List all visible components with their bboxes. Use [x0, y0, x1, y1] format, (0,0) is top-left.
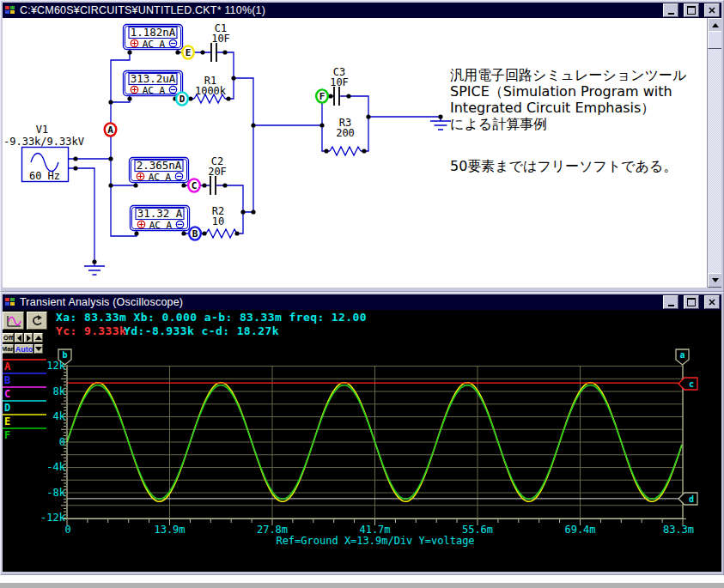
component-value: 1000k: [195, 85, 227, 97]
marker-a[interactable]: a: [676, 349, 689, 365]
y-tick: -8k: [46, 487, 65, 499]
close-button[interactable]: [704, 295, 720, 309]
component-value: 20F: [208, 166, 227, 178]
annotation-line: 汎用電子回路シミュレーションツール: [450, 67, 721, 83]
oscilloscope-window: Transient Analysis (Oscilloscope): [0, 292, 724, 575]
resistor-r2[interactable]: R2 10: [206, 205, 237, 238]
component-value: 10F: [330, 76, 349, 88]
arrow-up-icon: [712, 23, 719, 27]
minimize-icon: [668, 305, 674, 306]
ammeter-4[interactable]: 31.32 A AC A: [131, 206, 190, 231]
minimize-button[interactable]: [663, 295, 678, 309]
channel-label[interactable]: F: [4, 429, 10, 441]
minimize-icon: [668, 13, 674, 15]
axis-rulers: [61, 367, 686, 526]
oscilloscope-plot[interactable]: b a c d Xa: 83.33m Xb: 0.000 a-b: 83.33m…: [3, 310, 721, 572]
maximize-icon: [687, 298, 696, 306]
resistor-r1[interactable]: R1 1000k: [194, 75, 227, 103]
channel-label[interactable]: D: [4, 402, 10, 414]
source-value: -9.33k/9.33kV: [3, 136, 84, 148]
maximize-button[interactable]: [684, 295, 699, 309]
channel-label[interactable]: B: [4, 374, 10, 386]
desktop: C:¥CM60S¥CIRCUITS¥UNTITLED.CKT* 110%(1): [0, 0, 724, 588]
y-tick: 0: [59, 436, 65, 448]
ammeter-2[interactable]: 313.2uA AC A: [124, 71, 183, 96]
svg-text:A: A: [107, 124, 113, 136]
step-right-button[interactable]: [24, 333, 33, 342]
node-badge-E[interactable]: E: [182, 45, 194, 58]
svg-text:d: d: [689, 494, 694, 504]
off-button[interactable]: Off: [3, 333, 14, 342]
vertical-scrollbar[interactable]: [707, 18, 721, 288]
scope-footer: Ref=Ground X=13.9m/Div Y=voltage: [276, 535, 474, 547]
arrow-left-icon: [17, 335, 21, 342]
svg-text:F: F: [319, 91, 325, 102]
component-value: 10F: [211, 33, 230, 45]
capacitor-c2[interactable]: C2 20F: [208, 155, 227, 195]
marker-d[interactable]: d: [678, 493, 697, 505]
svg-text:E: E: [186, 47, 192, 58]
node-badge-A[interactable]: A: [105, 123, 117, 136]
auto-label: Auto: [15, 345, 33, 354]
resistor-r3[interactable]: R3 200: [330, 117, 361, 155]
channel-label[interactable]: A: [4, 361, 11, 373]
arrow-up-icon: [35, 336, 42, 340]
annotation-line: Integrated Circuit Emphasis）: [450, 100, 721, 116]
channel-label[interactable]: C: [4, 388, 10, 400]
cursor-readout-x: Xa: 83.33m Xb: 0.000 a-b: 83.33m freq: 1…: [56, 311, 367, 324]
waveform-mode-button[interactable]: [3, 312, 24, 330]
node-badge-D[interactable]: D: [176, 92, 188, 105]
manual-label: Man: [3, 345, 15, 353]
channel-label[interactable]: E: [4, 415, 10, 427]
node-badge-B[interactable]: B: [189, 227, 201, 239]
meter-reading: 2.365nA: [137, 159, 182, 172]
node-badge-C[interactable]: C: [188, 179, 200, 191]
meter-reading: 313.2uA: [131, 72, 176, 85]
oscilloscope-titlebar[interactable]: Transient Analysis (Oscilloscope): [3, 294, 721, 310]
reset-icon: [30, 315, 44, 327]
meter-mode: AC A: [149, 172, 172, 183]
close-icon: [709, 7, 715, 14]
x-tick: 13.9m: [154, 524, 185, 536]
scroll-down-button[interactable]: [708, 273, 721, 288]
maximize-icon: [687, 6, 696, 15]
voltage-source-v1[interactable]: V1 -9.33k/9.33kV 60 Hz: [3, 124, 84, 182]
x-tick: 41.7m: [359, 524, 390, 536]
y-tick: 4k: [53, 410, 66, 422]
schematic-canvas[interactable]: R1 1000k R2 10 R3 200 C1 10F: [3, 18, 721, 288]
manual-button[interactable]: Man: [3, 344, 14, 354]
window-title: C:¥CM60S¥CIRCUITS¥UNTITLED.CKT* 110%(1): [20, 4, 658, 16]
meter-reading: 1.182nA: [131, 26, 176, 39]
schematic-titlebar[interactable]: C:¥CM60S¥CIRCUITS¥UNTITLED.CKT* 110%(1): [3, 3, 721, 18]
component-value: 200: [336, 127, 355, 139]
ammeter-3[interactable]: 2.365nA AC A: [130, 158, 189, 183]
source-name: V1: [36, 124, 48, 136]
node-badge-F[interactable]: F: [316, 89, 328, 102]
source-frequency: 60 Hz: [29, 170, 60, 182]
scrollbar-thumb[interactable]: [708, 31, 721, 49]
scale-up-button[interactable]: [33, 333, 43, 342]
arrow-down-icon: [35, 347, 42, 351]
capacitor-c3[interactable]: C3 10F: [330, 66, 349, 106]
svg-text:B: B: [192, 228, 198, 239]
close-button[interactable]: [704, 3, 720, 17]
maximize-button[interactable]: [684, 3, 699, 17]
x-tick: 69.4m: [564, 524, 595, 536]
minimize-button[interactable]: [663, 3, 678, 17]
svg-text:c: c: [689, 379, 694, 389]
capacitor-c1[interactable]: C1 10F: [211, 22, 230, 62]
auto-button[interactable]: Auto: [15, 344, 33, 354]
svg-text:a: a: [679, 350, 684, 360]
arrow-down-icon: [712, 278, 719, 282]
scale-down-button[interactable]: [34, 344, 43, 354]
reset-view-button[interactable]: [27, 312, 47, 330]
annotation-text: 汎用電子回路シミュレーションツール SPICE（Simulation Progr…: [450, 67, 721, 174]
step-left-button[interactable]: [15, 333, 23, 342]
ground-symbol-left[interactable]: [84, 266, 105, 275]
svg-text:D: D: [179, 94, 186, 105]
waveform-icon: [5, 314, 22, 328]
x-axis-labels: 0 13.9m 27.8m 41.7m 55.6m 69.4m 83.3m: [64, 524, 694, 536]
x-tick: 0: [64, 524, 70, 536]
marker-c[interactable]: c: [678, 378, 697, 390]
ammeter-1[interactable]: 1.182nA AC A: [124, 25, 183, 50]
